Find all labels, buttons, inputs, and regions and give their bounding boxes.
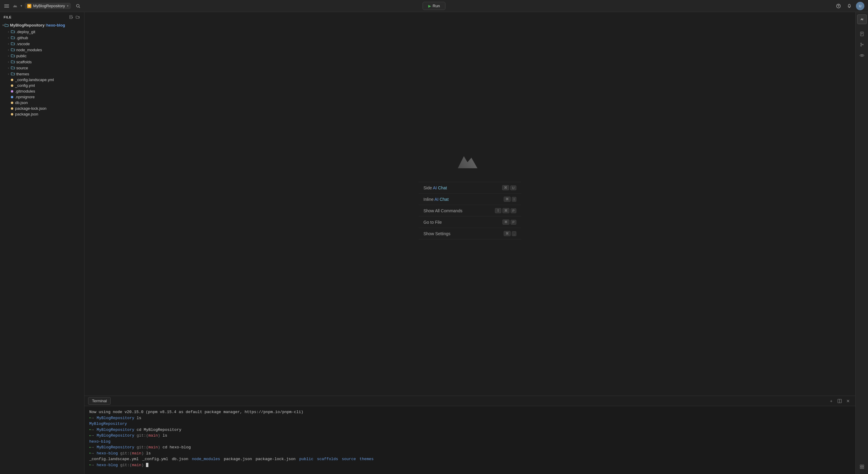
list-item[interactable]: › public	[0, 53, 84, 59]
shortcut-key: I	[512, 197, 516, 202]
project-selector[interactable]: M MyBlogRepository ▾	[25, 3, 71, 9]
tree-root-item[interactable]: ▾ MyBlogRepository / hexo-blog	[0, 22, 84, 29]
tree-item-label: .gitmodules	[15, 89, 35, 93]
terminal-tab[interactable]: Terminal	[88, 397, 111, 405]
list-item[interactable]: .gitmodules	[0, 88, 84, 94]
list-item[interactable]: › node_modules	[0, 47, 84, 53]
go-to-file-command[interactable]: Go to File ⌘ P	[418, 217, 521, 228]
help-button[interactable]	[834, 2, 843, 10]
svg-point-25	[861, 55, 863, 56]
ai-icon-label: AI	[861, 18, 863, 21]
project-icon: M	[27, 4, 31, 8]
terminal-text: Now using node v20.15.0 (pnpm v8.15.4 as…	[89, 409, 303, 415]
list-item[interactable]: package.json	[0, 111, 84, 117]
git-panel-button[interactable]	[857, 40, 867, 50]
terminal-file: source	[342, 456, 356, 462]
prompt-git: git:(	[120, 450, 132, 456]
app-logo	[12, 3, 18, 9]
command-shortcuts: ⌘ U	[502, 185, 516, 190]
main-layout: File	[0, 12, 868, 474]
new-folder-button[interactable]	[75, 14, 81, 20]
topbar-left: ▾ M MyBlogRepository ▾	[4, 2, 289, 10]
terminal-line: _config.landscape.yml _config.yml db.jso…	[89, 456, 850, 462]
shortcut-key: P	[510, 220, 516, 225]
prompt-git-end: )	[158, 444, 160, 450]
chevron-right-icon: ›	[6, 53, 11, 58]
svg-rect-1	[4, 6, 9, 6]
content-area: Side AI Chat ⌘ U Inline AI Chat ⌘ I	[85, 12, 855, 474]
right-sidebar: AI	[855, 12, 868, 474]
terminal-line: ● → MyBlogRepository cd MyBlogRepository	[89, 427, 850, 433]
prompt-cmd: ls	[160, 433, 167, 439]
terminal-line: ● → hexo-blog git:(main) ls	[89, 450, 850, 456]
search-button[interactable]	[73, 2, 83, 10]
terminal-file: scaffolds	[317, 456, 338, 462]
close-terminal-button[interactable]: ✕	[844, 398, 852, 405]
notifications-button[interactable]	[845, 2, 854, 10]
prompt-git: git:(	[120, 462, 132, 468]
list-item[interactable]: › .deploy_git	[0, 29, 84, 35]
list-item[interactable]: _config.landscape.yml	[0, 77, 84, 83]
terminal-active-line: ● → hexo-blog git:(main)	[89, 462, 850, 468]
add-terminal-button[interactable]: +	[828, 398, 835, 405]
prompt-cmd	[144, 462, 146, 468]
tree-item-label: _config.yml	[15, 83, 35, 88]
run-button[interactable]: ▶ Run	[423, 2, 446, 10]
list-item[interactable]: .npmignore	[0, 94, 84, 100]
prompt-git-end: )	[142, 462, 144, 468]
svg-rect-2	[4, 7, 9, 7]
terminal-cursor	[146, 463, 148, 467]
list-item[interactable]: db.json	[0, 100, 84, 105]
file-panel-button[interactable]	[857, 29, 867, 39]
grid-panel-button[interactable]	[857, 462, 867, 472]
list-item[interactable]: › themes	[0, 71, 84, 77]
sidebar-toggle-button[interactable]	[4, 3, 10, 9]
side-ai-chat-command[interactable]: Side AI Chat ⌘ U	[418, 182, 521, 194]
prompt-git-end: )	[142, 450, 144, 456]
prompt-repo: MyBlogRepository	[96, 433, 136, 439]
terminal-file: public	[299, 456, 313, 462]
preview-panel-button[interactable]	[857, 51, 867, 60]
terminal-output: hexo-blog	[89, 439, 111, 445]
list-item[interactable]: › source	[0, 65, 84, 71]
tree-item-label: themes	[16, 72, 29, 76]
prompt-dot: ●	[89, 416, 91, 420]
chevron-right-icon: ›	[6, 29, 11, 34]
project-name: MyBlogRepository	[33, 4, 65, 8]
svg-rect-0	[4, 4, 9, 5]
list-item[interactable]: › .github	[0, 35, 84, 41]
split-terminal-button[interactable]	[836, 398, 843, 405]
list-item[interactable]: package-lock.json	[0, 105, 84, 111]
prompt-arrow: →	[91, 433, 96, 439]
terminal-body[interactable]: Now using node v20.15.0 (pnpm v8.15.4 as…	[85, 406, 855, 474]
root-repo-label: MyBlogRepository	[10, 23, 44, 27]
welcome-panel: Side AI Chat ⌘ U Inline AI Chat ⌘ I	[85, 12, 855, 396]
user-avatar[interactable]: U	[856, 2, 864, 10]
list-item[interactable]: › .vscode	[0, 41, 84, 47]
chevron-right-icon: ›	[6, 71, 11, 76]
prompt-branch: main	[148, 433, 158, 439]
list-item[interactable]: _config.yml	[0, 83, 84, 88]
list-item[interactable]: › scaffolds	[0, 59, 84, 65]
terminal-file: _config.yml	[142, 456, 168, 462]
inline-ai-chat-command[interactable]: Inline AI Chat ⌘ I	[418, 194, 521, 205]
app-logo-chevron[interactable]: ▾	[21, 4, 22, 8]
prompt-arrow: →	[91, 427, 96, 433]
show-settings-command[interactable]: Show Settings ⌘ ,	[418, 228, 521, 240]
new-file-button[interactable]	[68, 14, 74, 20]
project-chevron-icon: ▾	[67, 4, 68, 7]
shortcut-cmd-key: ⌘	[502, 208, 509, 213]
sidebar-header-icons	[68, 14, 81, 20]
svg-point-3	[76, 4, 79, 7]
shortcut-cmd-key: ⌘	[504, 231, 510, 236]
shortcut-cmd-key: ⌘	[502, 185, 509, 190]
prompt-branch: main	[132, 450, 141, 456]
tree-item-label: .deploy_git	[16, 30, 35, 34]
prompt-dot: ●	[89, 434, 91, 438]
svg-rect-28	[860, 467, 862, 469]
root-separator: /	[45, 23, 46, 27]
prompt-dot: ●	[89, 446, 91, 449]
ai-panel-button[interactable]: AI	[857, 14, 867, 24]
run-icon: ▶	[428, 4, 431, 8]
show-all-commands-command[interactable]: Show All Commands ⇧ ⌘ P	[418, 205, 521, 217]
